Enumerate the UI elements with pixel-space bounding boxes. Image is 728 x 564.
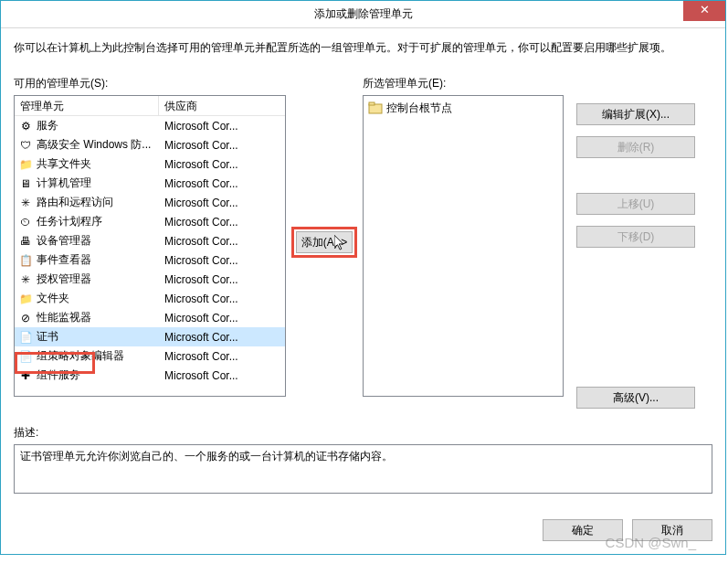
snapin-name: 计算机管理 [37, 176, 164, 191]
available-snapins-list[interactable]: 管理单元 供应商 ⚙服务Microsoft Cor...🛡高级安全 Window… [14, 95, 286, 397]
shield-icon: 🛡 [18, 138, 33, 153]
snapin-name: 任务计划程序 [37, 214, 164, 229]
snapin-row[interactable]: 📋事件查看器Microsoft Cor... [15, 250, 285, 270]
advanced-button[interactable]: 高级(V)... [576, 387, 695, 409]
instruction-text: 你可以在计算机上为此控制台选择可用的管理单元并配置所选的一组管理单元。对于可扩展… [14, 39, 712, 56]
snapin-vendor: Microsoft Cor... [164, 273, 281, 286]
policy-icon: 📄 [18, 349, 33, 364]
add-button[interactable]: 添加(A) > [296, 231, 353, 253]
snapin-vendor: Microsoft Cor... [164, 235, 281, 248]
device-icon: 🖶 [18, 234, 33, 249]
network-icon: ✳ [18, 196, 33, 210]
snapin-vendor: Microsoft Cor... [164, 139, 281, 152]
snapin-name: 授权管理器 [37, 271, 164, 287]
selected-label: 所选管理单元(E): [363, 76, 564, 91]
dialog-window: 添加或删除管理单元 ✕ 你可以在计算机上为此控制台选择可用的管理单元并配置所选的… [0, 0, 726, 555]
available-label: 可用的管理单元(S): [14, 76, 286, 91]
snapin-vendor: Microsoft Cor... [164, 312, 281, 325]
titlebar: 添加或删除管理单元 ✕ [1, 1, 725, 28]
component-icon: ✚ [18, 368, 33, 383]
move-up-button[interactable]: 上移(U) [576, 193, 695, 215]
snapin-name: 组策略对象编辑器 [37, 348, 164, 364]
snapin-name: 事件查看器 [37, 252, 164, 268]
snapin-row[interactable]: ⏲任务计划程序Microsoft Cor... [15, 212, 285, 231]
snapin-name: 文件夹 [37, 291, 164, 306]
snapin-row[interactable]: ✳授权管理器Microsoft Cor... [15, 270, 285, 289]
snapin-name: 服务 [37, 118, 164, 133]
col-header-vendor[interactable]: 供应商 [159, 96, 285, 115]
snapin-row[interactable]: ✚组件服务Microsoft Cor... [15, 366, 285, 385]
titlebar-title: 添加或删除管理单元 [314, 6, 413, 22]
event-icon: 📋 [18, 253, 33, 268]
tree-root-item[interactable]: 控制台根节点 [366, 99, 560, 117]
snapin-row[interactable]: 📄组策略对象编辑器Microsoft Cor... [15, 346, 285, 366]
computer-icon: 🖥 [18, 176, 33, 191]
snapin-vendor: Microsoft Cor... [164, 331, 281, 344]
folder-share-icon: 📁 [18, 157, 33, 172]
snapin-vendor: Microsoft Cor... [164, 293, 281, 305]
snapin-row[interactable]: ⚙服务Microsoft Cor... [15, 116, 285, 135]
snapin-row[interactable]: ✳路由和远程访问Microsoft Cor... [15, 193, 285, 212]
snapin-vendor: Microsoft Cor... [164, 177, 281, 190]
cancel-button[interactable]: 取消 [632, 519, 712, 541]
snapin-name: 路由和远程访问 [37, 195, 164, 210]
snapin-vendor: Microsoft Cor... [164, 120, 281, 133]
snapin-name: 证书 [37, 329, 164, 345]
snapin-vendor: Microsoft Cor... [164, 350, 281, 363]
close-button[interactable]: ✕ [683, 1, 725, 21]
snapin-name: 共享文件夹 [37, 156, 164, 172]
snapin-name: 设备管理器 [37, 233, 164, 249]
snapin-vendor: Microsoft Cor... [164, 369, 281, 382]
edit-extensions-button[interactable]: 编辑扩展(X)... [576, 103, 695, 125]
snapin-name: 性能监视器 [37, 310, 164, 325]
ok-button[interactable]: 确定 [543, 519, 623, 541]
list-header: 管理单元 供应商 [15, 96, 285, 116]
snapin-vendor: Microsoft Cor... [164, 216, 281, 229]
certificate-icon: 📄 [18, 330, 33, 345]
clock-icon: ⏲ [18, 215, 33, 229]
snapin-row[interactable]: 📁文件夹Microsoft Cor... [15, 289, 285, 308]
snapin-row[interactable]: 🛡高级安全 Windows 防...Microsoft Cor... [15, 135, 285, 154]
description-label: 描述: [14, 425, 712, 441]
snapin-name: 组件服务 [37, 367, 164, 383]
description-box: 证书管理单元允许你浏览自己的、一个服务的或一台计算机的证书存储内容。 [14, 444, 712, 494]
snapin-row[interactable]: ⊘性能监视器Microsoft Cor... [15, 308, 285, 327]
folder-icon: 📁 [18, 292, 33, 306]
description-text: 证书管理单元允许你浏览自己的、一个服务的或一台计算机的证书存储内容。 [20, 450, 393, 463]
snapin-name: 高级安全 Windows 防... [37, 137, 164, 153]
snapin-row[interactable]: 🖶设备管理器Microsoft Cor... [15, 231, 285, 250]
col-header-name[interactable]: 管理单元 [15, 96, 159, 115]
snapin-row[interactable]: 🖥计算机管理Microsoft Cor... [15, 174, 285, 193]
snapin-vendor: Microsoft Cor... [164, 197, 281, 209]
svg-rect-1 [369, 102, 375, 105]
move-down-button[interactable]: 下移(D) [576, 226, 695, 248]
snapin-row[interactable]: 📁共享文件夹Microsoft Cor... [15, 154, 285, 174]
dialog-footer: 确定 取消 [1, 506, 725, 554]
key-icon: ✳ [18, 272, 33, 287]
snapin-vendor: Microsoft Cor... [164, 158, 281, 171]
console-root-icon [368, 101, 383, 115]
snapin-row[interactable]: 📄证书Microsoft Cor... [15, 327, 285, 346]
perf-icon: ⊘ [18, 311, 33, 325]
remove-button[interactable]: 删除(R) [576, 136, 695, 158]
highlight-add-button: 添加(A) > [291, 227, 357, 258]
selected-snapins-tree[interactable]: 控制台根节点 [363, 95, 564, 397]
tree-root-label: 控制台根节点 [386, 101, 452, 116]
gear-icon: ⚙ [18, 119, 33, 133]
snapin-vendor: Microsoft Cor... [164, 254, 281, 267]
